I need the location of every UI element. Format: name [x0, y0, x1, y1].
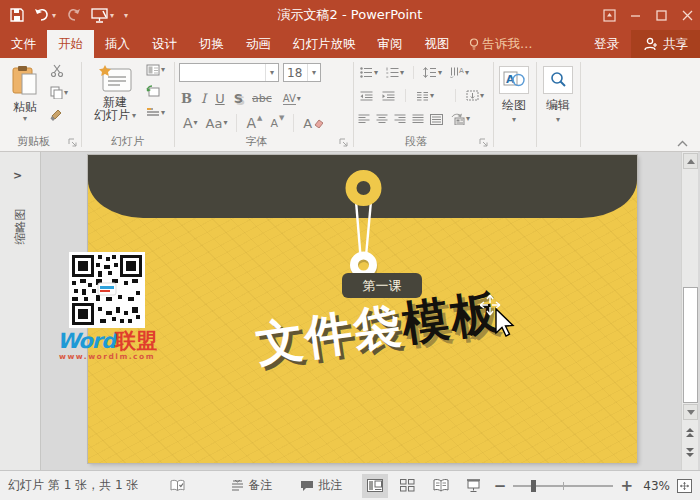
tab-animations[interactable]: 动画	[235, 30, 282, 58]
numbering-caret-icon[interactable]: ▾	[400, 70, 404, 76]
zoom-in-button[interactable]: +	[620, 481, 633, 491]
reading-view-button[interactable]	[428, 474, 454, 498]
justify-button[interactable]	[412, 114, 424, 124]
smartart-caret-icon[interactable]: ▾	[466, 116, 470, 122]
start-slideshow-button[interactable]: ▾	[91, 8, 114, 23]
drawing-caret-icon[interactable]: ▾	[512, 117, 516, 123]
undo-caret-icon[interactable]: ▾	[52, 11, 56, 20]
align-center-button[interactable]	[376, 114, 388, 124]
section-caret-icon[interactable]: ▾	[161, 110, 165, 116]
undo-button[interactable]: ▾	[34, 8, 56, 22]
shrink-font-button[interactable]: A▼	[268, 116, 286, 131]
change-case-button[interactable]: Aa ▾	[204, 115, 230, 132]
tab-review[interactable]: 审阅	[367, 30, 414, 58]
expand-pane-icon[interactable]: >	[13, 169, 22, 182]
clear-formatting-button[interactable]: A	[301, 115, 325, 132]
minimize-button[interactable]	[622, 0, 648, 30]
columns-caret-icon[interactable]: ▾	[430, 93, 434, 99]
convert-smartart-button[interactable]: ▾	[449, 112, 472, 126]
drawing-button[interactable]: A 绘图 ▾	[496, 61, 532, 135]
tab-file[interactable]: 文件	[0, 30, 47, 58]
tab-transitions[interactable]: 切换	[188, 30, 235, 58]
clipboard-dialog-launcher-icon[interactable]	[68, 138, 78, 148]
maximize-button[interactable]	[648, 0, 674, 30]
normal-view-button[interactable]	[362, 474, 388, 498]
tab-design[interactable]: 设计	[141, 30, 188, 58]
bold-button[interactable]: B	[181, 91, 192, 106]
spell-check-button[interactable]	[164, 479, 191, 493]
redo-button[interactable]	[66, 8, 81, 22]
distribute-button[interactable]	[430, 114, 443, 125]
font-color-button[interactable]: A ▾	[181, 114, 200, 132]
zoom-out-button[interactable]: −	[494, 481, 507, 491]
cut-button[interactable]	[48, 63, 70, 78]
tab-slideshow[interactable]: 幻灯片放映	[282, 30, 367, 58]
line-spacing-caret-icon[interactable]: ▾	[438, 70, 442, 76]
layout-button[interactable]: ▾	[144, 63, 167, 77]
font-size-combo[interactable]: 18 ▾	[283, 63, 321, 82]
slideshow-caret-icon[interactable]: ▾	[110, 11, 114, 20]
align-text-caret-icon[interactable]: ▾	[480, 93, 484, 99]
notes-button[interactable]: 备注	[225, 477, 278, 494]
ribbon-display-options-icon[interactable]	[596, 0, 622, 30]
layout-caret-icon[interactable]: ▾	[161, 67, 165, 73]
tab-view[interactable]: 视图	[414, 30, 461, 58]
tab-insert[interactable]: 插入	[94, 30, 141, 58]
scroll-down-button[interactable]	[683, 404, 698, 420]
tell-me-box[interactable]: 告诉我…	[461, 30, 541, 58]
line-spacing-button[interactable]: ▾	[421, 66, 444, 79]
new-slide-caret-icon[interactable]: ▾	[132, 113, 136, 119]
fit-to-window-button[interactable]	[677, 479, 692, 493]
copy-button[interactable]: ▾	[48, 85, 70, 100]
paragraph-dialog-launcher-icon[interactable]	[479, 138, 489, 148]
decrease-indent-button[interactable]	[358, 90, 375, 102]
share-button[interactable]: 共享	[631, 30, 700, 58]
bullets-caret-icon[interactable]: ▾	[374, 70, 378, 76]
customize-qat-icon[interactable]: ▾	[124, 11, 128, 20]
paste-button[interactable]: 粘贴 ▾	[6, 60, 44, 134]
text-direction-caret-icon[interactable]: ▾	[465, 70, 469, 76]
text-shadow-button[interactable]: S	[234, 91, 243, 106]
sign-in-button[interactable]: 登录	[584, 30, 629, 58]
font-color-caret-icon[interactable]: ▾	[194, 120, 198, 126]
align-text-button[interactable]: ▾	[464, 89, 486, 102]
editing-button[interactable]: 编辑 ▾	[540, 61, 576, 135]
editing-caret-icon[interactable]: ▾	[556, 117, 560, 123]
slideshow-view-button[interactable]	[461, 474, 487, 498]
zoom-slider[interactable]	[513, 485, 613, 487]
save-icon[interactable]	[10, 8, 24, 22]
scroll-up-button[interactable]	[683, 153, 698, 169]
bullets-button[interactable]: ▾	[358, 66, 380, 79]
zoom-slider-thumb[interactable]	[531, 480, 536, 492]
change-case-caret-icon[interactable]: ▾	[223, 120, 227, 126]
collapse-ribbon-icon[interactable]	[677, 140, 688, 147]
font-name-dropdown-icon[interactable]: ▾	[265, 64, 278, 81]
underline-button[interactable]: U	[215, 91, 225, 106]
slide-sorter-view-button[interactable]	[395, 474, 421, 498]
italic-button[interactable]: I	[201, 91, 206, 106]
slide-canvas[interactable]: 第一课 文件袋模板	[88, 155, 637, 463]
thumbnail-pane-collapsed[interactable]: > 缩略图	[0, 152, 41, 470]
font-name-combo[interactable]: ▾	[179, 63, 279, 82]
numbering-button[interactable]: ▾	[384, 66, 406, 79]
align-left-button[interactable]	[358, 114, 370, 124]
increase-indent-button[interactable]	[380, 90, 397, 102]
section-button[interactable]: ▾	[144, 106, 167, 120]
close-button[interactable]	[674, 0, 700, 30]
char-spacing-caret-icon[interactable]: ▾	[297, 96, 301, 102]
copy-caret-icon[interactable]: ▾	[64, 90, 68, 96]
grow-font-button[interactable]: A▲	[244, 114, 264, 132]
previous-slide-button[interactable]	[686, 428, 694, 437]
font-dialog-launcher-icon[interactable]	[339, 138, 349, 148]
new-slide-button[interactable]: 新建 幻灯片 ▾	[90, 60, 140, 134]
strikethrough-button[interactable]: abc	[252, 92, 272, 105]
vertical-scrollbar[interactable]	[681, 152, 698, 470]
scrollbar-thumb[interactable]	[683, 287, 698, 403]
zoom-percentage[interactable]: 43%	[640, 479, 670, 493]
columns-button[interactable]: ▾	[414, 90, 436, 102]
format-painter-button[interactable]	[48, 107, 70, 122]
next-slide-button[interactable]	[686, 448, 694, 457]
comments-button[interactable]: 批注	[294, 477, 348, 494]
align-right-button[interactable]	[394, 114, 406, 124]
char-spacing-button[interactable]: AV ▾	[281, 92, 303, 106]
